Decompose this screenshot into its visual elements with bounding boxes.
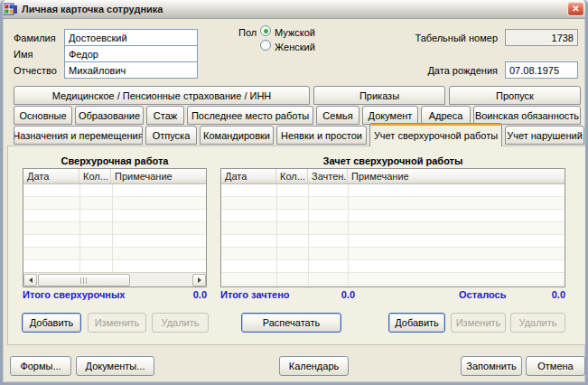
column-header-quantity[interactable]: Кол...	[79, 169, 111, 183]
save-button[interactable]: Запомнить	[461, 356, 522, 376]
birth-date-input[interactable]	[505, 61, 578, 79]
calendar-button[interactable]: Календарь	[279, 356, 349, 376]
offset-edit-button[interactable]: Изменить	[451, 313, 506, 333]
tab-main[interactable]: Основные	[14, 106, 72, 125]
overtime-table-header[interactable]: Дата Кол... Примечание	[23, 169, 206, 184]
offset-total-value: 0.0	[301, 289, 355, 300]
tab-experience[interactable]: Стаж	[146, 106, 184, 125]
tab-business-trips[interactable]: Командировки	[200, 126, 274, 145]
column-header-offset[interactable]: Зачтен...	[308, 169, 348, 183]
gender-male-label[interactable]: Мужской	[275, 27, 315, 38]
patronymic-input[interactable]	[64, 61, 198, 79]
birth-date-label: Дата рождения	[400, 65, 498, 76]
patronymic-label: Отчество	[14, 65, 57, 76]
gender-female-label[interactable]: Женский	[275, 42, 315, 52]
tab-medical-pension-inn[interactable]: Медицинское / Пенсионные страхование / И…	[14, 86, 310, 105]
employee-card-window: Личная карточка сотрудника ✕ Фамилия Имя…	[0, 0, 588, 385]
scroll-left-icon[interactable]	[23, 274, 37, 286]
tab-assignments[interactable]: Назначения и перемещения	[14, 126, 143, 145]
offset-delete-button[interactable]: Удалить	[510, 313, 565, 333]
tab-pass[interactable]: Пропуск	[449, 86, 581, 105]
tab-absences[interactable]: Неявки и простои	[276, 126, 367, 145]
column-header-note[interactable]: Примечание	[348, 169, 565, 183]
documents-button[interactable]: Документы...	[76, 356, 154, 376]
overtime-edit-button[interactable]: Изменить	[88, 313, 146, 333]
tab-vacations[interactable]: Отпуска	[145, 126, 197, 145]
tab-family[interactable]: Семья	[316, 106, 359, 125]
overtime-table-body[interactable]	[23, 184, 206, 272]
offset-table-header[interactable]: Дата Кол... Зачтен... Примечание	[221, 169, 565, 184]
surname-label: Фамилия	[14, 33, 56, 43]
column-header-date[interactable]: Дата	[221, 169, 276, 183]
firstname-input[interactable]	[64, 45, 198, 62]
tab-addresses[interactable]: Адреса	[421, 106, 471, 125]
column-header-quantity[interactable]: Кол...	[276, 169, 308, 183]
column-header-note[interactable]: Примечание	[111, 169, 206, 183]
tab-military-duty[interactable]: Воинская обязанность	[473, 106, 581, 125]
window-title: Личная карточка сотрудника	[22, 4, 564, 14]
titlebar[interactable]: Личная карточка сотрудника ✕	[0, 0, 588, 19]
forms-button[interactable]: Формы...	[10, 356, 71, 376]
overtime-total-value: 0.0	[147, 289, 207, 300]
gender-female-radio[interactable]	[260, 40, 271, 51]
scrollbar-thumb[interactable]	[38, 274, 130, 286]
offset-total-label: Итого зачтено	[220, 289, 290, 300]
overtime-total-label: Итого сверхурочных	[23, 289, 125, 300]
tab-document[interactable]: Документ	[362, 106, 418, 125]
gender-male-radio[interactable]	[260, 25, 271, 36]
surname-input[interactable]	[64, 29, 198, 46]
gender-label: Пол	[238, 27, 257, 38]
offset-table-title: Зачет сверхурочной работы	[220, 155, 565, 166]
personnel-number-label: Табельный номер	[400, 33, 498, 43]
overtime-add-button[interactable]: Добавить	[22, 313, 81, 333]
overtime-delete-button[interactable]: Удалить	[152, 313, 209, 333]
horizontal-scrollbar[interactable]	[23, 272, 206, 286]
overtime-table[interactable]: Дата Кол... Примечание	[23, 168, 207, 287]
scroll-right-icon[interactable]	[192, 274, 206, 286]
tab-orders[interactable]: Приказы	[313, 86, 445, 105]
offset-add-button[interactable]: Добавить	[388, 313, 445, 333]
personnel-number-field	[505, 29, 578, 46]
cancel-button[interactable]: Отмена	[526, 356, 585, 376]
print-button[interactable]: Распечатать	[241, 313, 341, 333]
tab-last-workplace[interactable]: Последнее место работы	[187, 106, 313, 125]
remaining-label: Осталось	[459, 289, 506, 300]
firstname-label: Имя	[14, 49, 33, 60]
overtime-table-title: Сверхурочная работа	[23, 155, 207, 166]
close-icon[interactable]: ✕	[567, 2, 584, 16]
offset-table[interactable]: Дата Кол... Зачтен... Примечание	[220, 168, 565, 287]
tab-overtime-tracking[interactable]: Учет сверхурочной работы	[369, 123, 502, 146]
tab-education[interactable]: Образование	[75, 106, 144, 125]
offset-table-body[interactable]	[221, 184, 565, 286]
app-icon	[4, 3, 18, 15]
column-header-date[interactable]: Дата	[23, 169, 79, 183]
remaining-value: 0.0	[511, 289, 565, 300]
tab-violations[interactable]: Учет нарушений	[505, 126, 584, 145]
